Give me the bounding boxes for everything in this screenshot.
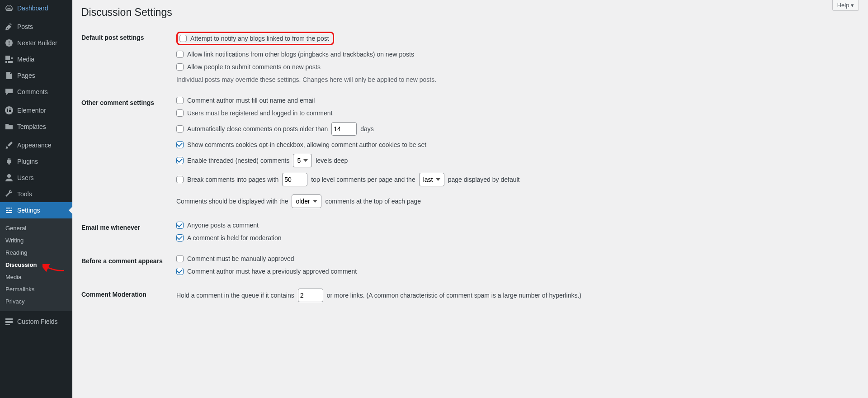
label-notify-linked-blogs[interactable]: Attempt to notify any blogs linked to fr… [190, 35, 329, 42]
checkbox-auto-close[interactable] [176, 125, 184, 133]
label-paginate-post: page displayed by default [448, 176, 520, 183]
sidebar-item-label: Appearance [17, 142, 52, 149]
sidebar-item-pages[interactable]: Pages [0, 67, 72, 84]
sidebar-item-media[interactable]: Media [0, 51, 72, 67]
select-comment-order[interactable]: older [292, 194, 321, 208]
svg-point-7 [7, 174, 11, 178]
section-heading-moderation: Comment Moderation [81, 282, 172, 309]
svg-text:!: ! [8, 40, 10, 46]
wrench-icon [5, 190, 14, 199]
checkbox-allow-pingbacks[interactable] [176, 51, 184, 58]
sidebar-item-users[interactable]: Users [0, 170, 72, 186]
label-auto-close-post: days [360, 125, 374, 133]
checkbox-notify-linked-blogs[interactable] [179, 35, 187, 42]
pin-icon [5, 22, 14, 31]
label-prev-approved[interactable]: Comment author must have a previously ap… [187, 268, 357, 275]
label-moderation-post: or more links. (A common characteristic … [327, 292, 581, 299]
sidebar-item-elementor[interactable]: Elementor [0, 102, 72, 118]
svg-rect-9 [5, 321, 13, 323]
label-order-post: comments at the top of each page [325, 198, 421, 205]
label-paginate-pre[interactable]: Break comments into pages with [187, 176, 278, 183]
sidebar-item-label: Settings [17, 207, 40, 214]
sidebar-item-tools[interactable]: Tools [0, 186, 72, 202]
section-heading-other: Other comment settings [81, 90, 172, 215]
submenu-item-writing[interactable]: Writing [0, 234, 72, 246]
checkbox-paginate[interactable] [176, 176, 184, 183]
page-title: Discussion Settings [81, 0, 859, 20]
checkbox-require-name-email[interactable] [176, 97, 184, 104]
sidebar-item-label: Templates [17, 123, 46, 130]
label-manual-approve[interactable]: Comment must be manually approved [187, 255, 294, 262]
submenu-item-permalinks[interactable]: Permalinks [0, 283, 72, 295]
checkbox-manual-approve[interactable] [176, 255, 184, 262]
sidebar-item-label: Nexter Builder [17, 39, 57, 47]
info-icon: ! [5, 38, 14, 47]
label-order-pre: Comments should be displayed with the [176, 198, 288, 205]
submenu-item-reading[interactable]: Reading [0, 246, 72, 259]
sidebar-item-label: Dashboard [17, 5, 48, 12]
checkbox-email-held-moderation[interactable] [176, 234, 184, 242]
settings-submenu: General Writing Reading Discussion Media… [0, 218, 72, 311]
select-thread-depth[interactable]: 5 [293, 154, 312, 167]
sidebar-item-label: Posts [17, 23, 33, 30]
checkbox-threaded[interactable] [176, 157, 184, 164]
label-cookies-optin[interactable]: Show comments cookies opt-in checkbox, a… [187, 141, 426, 148]
svg-rect-3 [7, 109, 8, 112]
label-allow-pingbacks[interactable]: Allow link notifications from other blog… [187, 51, 414, 58]
submenu-item-general[interactable]: General [0, 222, 72, 234]
checkbox-cookies-optin[interactable] [176, 141, 184, 148]
label-email-held-moderation[interactable]: A comment is held for moderation [187, 234, 282, 242]
checkbox-prev-approved[interactable] [176, 268, 184, 275]
sidebar-item-label: Comments [17, 88, 48, 95]
sidebar-item-comments[interactable]: Comments [0, 84, 72, 100]
section-heading-default-post: Default post settings [81, 25, 172, 90]
content-area: Help ▾ Discussion Settings Default post … [72, 0, 868, 398]
annotation-highlight: Attempt to notify any blogs linked to fr… [176, 32, 334, 45]
custom-fields-icon [5, 317, 14, 326]
admin-sidebar: Dashboard Posts ! Nexter Builder Media P… [0, 0, 72, 398]
sidebar-item-label: Tools [17, 190, 32, 198]
sidebar-item-label: Media [17, 56, 34, 63]
svg-rect-8 [5, 318, 13, 320]
dashboard-icon [5, 4, 14, 13]
sidebar-item-templates[interactable]: Templates [0, 118, 72, 135]
label-allow-comments[interactable]: Allow people to submit comments on new p… [187, 63, 321, 71]
checkbox-require-registration[interactable] [176, 109, 184, 117]
submenu-item-media[interactable]: Media [0, 271, 72, 283]
label-email-anyone-posts[interactable]: Anyone posts a comment [187, 222, 259, 229]
label-require-registration[interactable]: Users must be registered and logged in t… [187, 109, 332, 117]
select-default-page[interactable]: last [419, 173, 444, 186]
label-threaded-pre[interactable]: Enable threaded (nested) comments [187, 157, 289, 164]
sidebar-item-plugins[interactable]: Plugins [0, 153, 72, 170]
sidebar-item-nexter-builder[interactable]: ! Nexter Builder [0, 35, 72, 51]
input-max-links[interactable] [298, 289, 323, 302]
sidebar-item-dashboard[interactable]: Dashboard [0, 0, 72, 16]
sidebar-item-custom-fields[interactable]: Custom Fields [0, 313, 72, 330]
sidebar-item-label: Users [17, 174, 34, 181]
label-paginate-mid: top level comments per page and the [311, 176, 415, 183]
input-per-page[interactable] [282, 173, 307, 186]
svg-rect-6 [9, 111, 11, 112]
comment-icon [5, 87, 14, 96]
checkbox-email-anyone-posts[interactable] [176, 222, 184, 229]
sidebar-item-settings[interactable]: Settings [0, 202, 72, 218]
sidebar-item-label: Elementor [17, 107, 46, 114]
label-auto-close-pre[interactable]: Automatically close comments on posts ol… [187, 125, 328, 133]
elementor-icon [5, 106, 14, 115]
sidebar-item-label: Custom Fields [17, 318, 57, 325]
input-close-days[interactable] [331, 122, 357, 136]
submenu-item-discussion[interactable]: Discussion [0, 259, 72, 271]
section-heading-before: Before a comment appears [81, 248, 172, 282]
label-threaded-post: levels deep [316, 157, 348, 164]
page-icon [5, 71, 14, 80]
checkbox-allow-comments[interactable] [176, 63, 184, 71]
submenu-item-privacy[interactable]: Privacy [0, 295, 72, 308]
svg-rect-4 [9, 109, 11, 109]
label-require-name-email[interactable]: Comment author must fill out name and em… [187, 97, 315, 104]
help-tab[interactable]: Help ▾ [832, 0, 859, 11]
folder-icon [5, 122, 14, 131]
sidebar-item-label: Plugins [17, 158, 38, 165]
sidebar-item-posts[interactable]: Posts [0, 19, 72, 35]
sidebar-item-appearance[interactable]: Appearance [0, 137, 72, 153]
brush-icon [5, 141, 14, 150]
